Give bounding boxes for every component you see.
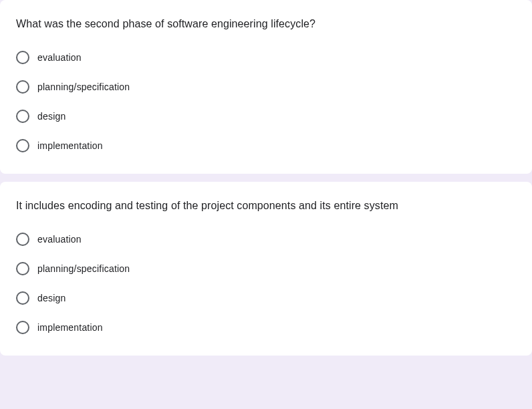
options-group: evaluation planning/specification design… [16,227,516,339]
option-label: evaluation [37,52,82,63]
option-label: planning/specification [37,82,130,92]
question-prompt: What was the second phase of software en… [16,16,516,32]
option-label: implementation [37,140,103,151]
option-row[interactable]: implementation [16,315,516,339]
radio-icon [16,139,29,152]
radio-icon [16,291,29,305]
options-group: evaluation planning/specification design… [16,45,516,158]
radio-icon [16,233,29,246]
radio-icon [16,80,29,94]
question-prompt: It includes encoding and testing of the … [16,198,516,214]
option-label: design [37,293,65,303]
radio-icon [16,262,29,275]
radio-icon [16,110,29,123]
option-row[interactable]: design [16,286,516,310]
option-row[interactable]: implementation [16,134,516,158]
option-label: implementation [37,322,103,333]
option-label: planning/specification [37,263,130,274]
option-row[interactable]: planning/specification [16,257,516,281]
option-row[interactable]: design [16,104,516,128]
option-row[interactable]: evaluation [16,45,516,70]
radio-icon [16,51,29,64]
question-card: What was the second phase of software en… [0,0,532,174]
radio-icon [16,321,29,334]
option-row[interactable]: planning/specification [16,75,516,99]
question-card: It includes encoding and testing of the … [0,182,532,356]
option-label: design [37,111,65,122]
option-label: evaluation [37,234,82,245]
option-row[interactable]: evaluation [16,227,516,251]
